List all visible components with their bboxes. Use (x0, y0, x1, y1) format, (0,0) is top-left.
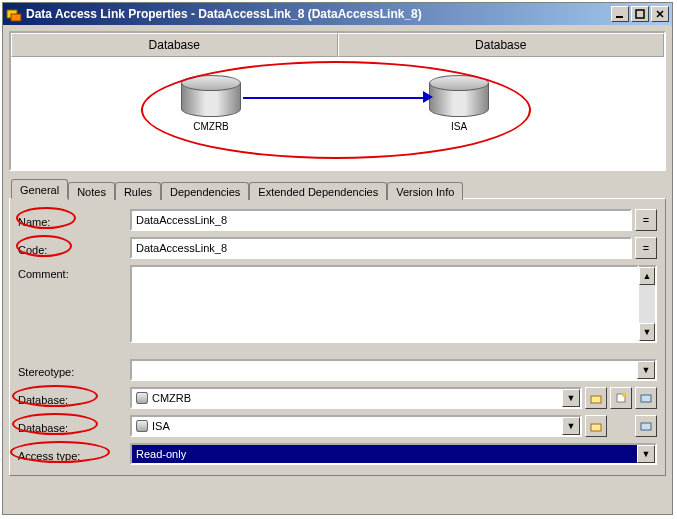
tab-dependencies[interactable]: Dependencies (161, 182, 249, 200)
tabstrip: General Notes Rules Dependencies Extende… (9, 177, 666, 199)
stereotype-label: Stereotype: (18, 363, 130, 378)
database-node-left-label: CMZRB (181, 121, 241, 132)
tab-notes[interactable]: Notes (68, 182, 115, 200)
database1-browse-button[interactable] (585, 387, 607, 409)
svg-rect-2 (616, 16, 623, 18)
svg-rect-6 (591, 396, 601, 403)
tab-rules[interactable]: Rules (115, 182, 161, 200)
link-arrow[interactable] (243, 97, 427, 99)
code-label: Code: (18, 241, 130, 256)
minimize-button[interactable] (611, 6, 629, 22)
svg-rect-11 (641, 423, 651, 430)
folder-icon (590, 420, 602, 432)
comment-label: Comment: (18, 265, 130, 280)
database2-value: ISA (152, 420, 170, 432)
database1-combo[interactable]: CMZRB ▼ (130, 387, 582, 409)
diagram-header-right: Database (338, 33, 665, 57)
database1-label: Database: (18, 391, 130, 406)
tab-extended-dependencies[interactable]: Extended Dependencies (249, 182, 387, 200)
chevron-down-icon[interactable]: ▼ (637, 445, 655, 463)
database-node-left[interactable] (181, 75, 241, 117)
chevron-down-icon[interactable]: ▼ (562, 417, 580, 435)
tab-general[interactable]: General (11, 179, 68, 199)
diagram-preview: Database Database CMZRB ISA (9, 31, 666, 171)
access-type-combo[interactable]: Read-only ▼ (130, 443, 657, 465)
comment-textarea[interactable] (130, 265, 639, 343)
database2-properties-button[interactable] (635, 415, 657, 437)
database1-properties-button[interactable] (635, 387, 657, 409)
code-sync-button[interactable]: = (635, 237, 657, 259)
code-input[interactable] (130, 237, 632, 259)
database1-value: CMZRB (152, 392, 191, 404)
new-icon (615, 392, 627, 404)
svg-rect-3 (636, 10, 644, 18)
access-type-label: Access type: (18, 447, 130, 462)
database-node-right-label: ISA (429, 121, 489, 132)
maximize-button[interactable] (631, 6, 649, 22)
folder-icon (590, 392, 602, 404)
database2-combo[interactable]: ISA ▼ (130, 415, 582, 437)
comment-scrollbar[interactable]: ▲ ▼ (639, 265, 657, 343)
access-type-value: Read-only (136, 448, 186, 460)
name-label: Name: (18, 213, 130, 228)
scroll-down-icon[interactable]: ▼ (639, 323, 655, 341)
svg-rect-1 (11, 14, 21, 21)
tab-panel-general: Name: = Code: = Com (9, 198, 666, 476)
database2-browse-button[interactable] (585, 415, 607, 437)
properties-icon (640, 392, 652, 404)
properties-icon (640, 420, 652, 432)
svg-point-8 (622, 393, 626, 397)
tab-version-info[interactable]: Version Info (387, 182, 463, 200)
app-icon (6, 6, 22, 22)
name-input[interactable] (130, 209, 632, 231)
dialog-window: Data Access Link Properties - DataAccess… (2, 2, 673, 515)
titlebar[interactable]: Data Access Link Properties - DataAccess… (3, 3, 672, 25)
stereotype-combo[interactable]: ▼ (130, 359, 657, 381)
database-icon (136, 392, 148, 404)
database-icon (136, 420, 148, 432)
chevron-down-icon[interactable]: ▼ (562, 389, 580, 407)
svg-rect-10 (591, 424, 601, 431)
database1-new-button[interactable] (610, 387, 632, 409)
chevron-down-icon[interactable]: ▼ (637, 361, 655, 379)
link-arrow-head (423, 91, 433, 103)
scroll-up-icon[interactable]: ▲ (639, 267, 655, 285)
database-node-right[interactable] (429, 75, 489, 117)
svg-rect-9 (641, 395, 651, 402)
database2-label: Database: (18, 419, 130, 434)
name-sync-button[interactable]: = (635, 209, 657, 231)
window-title: Data Access Link Properties - DataAccess… (26, 7, 611, 21)
close-button[interactable] (651, 6, 669, 22)
diagram-header-left: Database (11, 33, 338, 57)
